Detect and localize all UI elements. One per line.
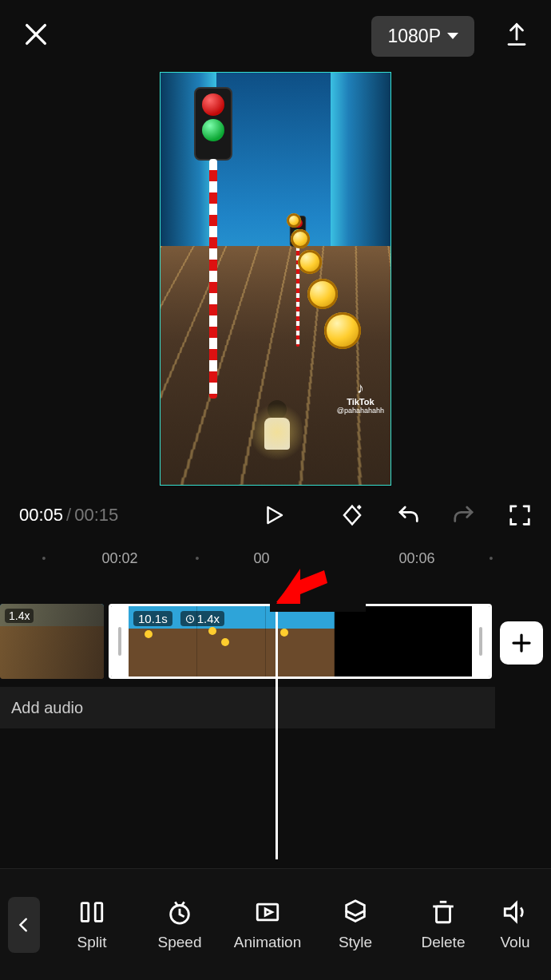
total-time: 00:15: [74, 505, 118, 525]
style-button[interactable]: Style: [311, 899, 399, 951]
clip-selected[interactable]: 10.1s 1.4x: [109, 604, 492, 679]
clip-handle-right[interactable]: [472, 606, 490, 676]
svg-rect-33: [95, 903, 102, 921]
add-audio-label: Add audio: [11, 699, 83, 717]
keyframe-icon[interactable]: [340, 503, 364, 527]
playhead[interactable]: [276, 572, 278, 859]
delete-label: Delete: [422, 934, 466, 951]
video-preview[interactable]: ♪ TikTok @pahahahahh: [160, 72, 391, 486]
split-label: Split: [77, 934, 107, 951]
annotation-arrow-icon: [276, 565, 334, 609]
watermark-user: @pahahahahh: [337, 407, 384, 415]
animation-button[interactable]: Animation: [224, 899, 311, 951]
watermark: ♪ TikTok @pahahahahh: [337, 380, 384, 415]
playback-time: 00:05/00:15: [19, 505, 118, 526]
undo-button[interactable]: [396, 503, 420, 527]
svg-marker-40: [505, 903, 516, 921]
clip-speed-badge: 1.4x: [180, 611, 224, 626]
redo-button[interactable]: [452, 503, 476, 527]
ruler-tick: 00:02: [101, 550, 137, 567]
speed-button[interactable]: Speed: [136, 899, 224, 951]
resolution-label: 1080P: [387, 26, 441, 47]
svg-rect-35: [257, 904, 278, 920]
timeline[interactable]: 1.4x 10.1s 1.4x Add audio: [0, 604, 551, 788]
volume-button[interactable]: Volu: [487, 899, 543, 951]
animation-label: Animation: [234, 934, 302, 951]
watermark-app: TikTok: [337, 397, 384, 407]
clip-speed-badge: 1.4x: [5, 609, 34, 623]
close-icon[interactable]: [22, 21, 50, 51]
add-clip-button[interactable]: [500, 621, 543, 665]
fullscreen-button[interactable]: [508, 503, 532, 527]
ruler-tick: 00:06: [398, 550, 434, 567]
clip-duration-badge: 10.1s: [133, 611, 172, 626]
svg-marker-28: [276, 569, 300, 604]
style-label: Style: [339, 934, 372, 951]
svg-rect-37: [437, 906, 450, 922]
delete-button[interactable]: Delete: [399, 899, 487, 951]
current-time: 00:05: [19, 505, 63, 525]
add-audio-row[interactable]: Add audio: [0, 687, 495, 728]
clip-unselected[interactable]: 1.4x: [0, 604, 104, 679]
caret-down-icon: [447, 33, 458, 39]
resolution-button[interactable]: 1080P: [371, 16, 474, 57]
play-button[interactable]: [262, 503, 286, 527]
svg-marker-4: [268, 507, 283, 523]
clip-handle-left[interactable]: [111, 606, 129, 676]
split-button[interactable]: Split: [48, 899, 136, 951]
svg-rect-32: [81, 903, 89, 921]
speed-label: Speed: [158, 934, 202, 951]
volume-label: Volu: [501, 934, 530, 951]
export-icon[interactable]: [505, 21, 529, 51]
toolbar-back-button[interactable]: [8, 897, 40, 953]
svg-marker-36: [265, 908, 272, 915]
